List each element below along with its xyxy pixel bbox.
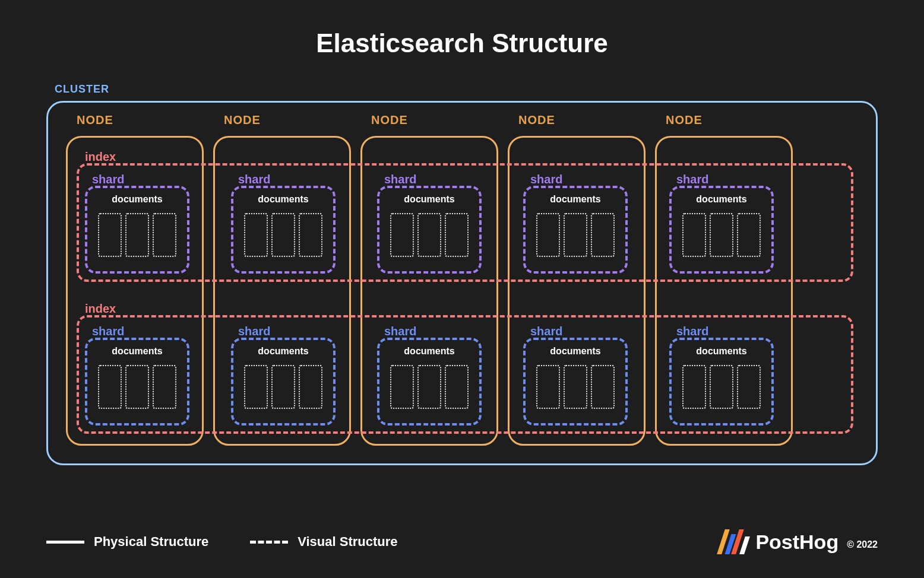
documents-label: documents: [379, 346, 479, 357]
document-icon: [710, 365, 733, 409]
document-icon: [153, 365, 176, 409]
index-label-2: index: [85, 302, 116, 316]
document-icon: [271, 213, 295, 257]
shard-label: shard: [238, 325, 270, 338]
document-icon: [244, 213, 268, 257]
shard-2-4: shard documents: [523, 338, 628, 425]
document-icon: [98, 365, 122, 409]
documents-row: [390, 213, 469, 257]
shard-1-1: shard documents: [85, 186, 189, 274]
document-icon: [98, 213, 122, 257]
documents-row: [536, 213, 615, 257]
diagram-title: Elasticsearch Structure: [0, 0, 924, 58]
shard-1-2: shard documents: [231, 186, 336, 274]
document-icon: [390, 365, 414, 409]
legend-visual: Visual Structure: [250, 534, 397, 550]
cluster-box: NODE NODE NODE NODE NODE index index sha…: [46, 101, 878, 465]
documents-label: documents: [87, 346, 187, 357]
documents-label: documents: [526, 194, 625, 205]
document-icon: [244, 365, 268, 409]
document-icon: [153, 213, 176, 257]
documents-label: documents: [379, 194, 479, 205]
document-icon: [737, 213, 761, 257]
node-label-4: NODE: [518, 113, 555, 127]
documents-label: documents: [526, 346, 625, 357]
shard-label: shard: [238, 173, 270, 186]
shard-2-3: shard documents: [377, 338, 482, 425]
node-label-1: NODE: [77, 113, 113, 127]
node-label-3: NODE: [371, 113, 408, 127]
document-icon: [417, 365, 441, 409]
legend-physical-label: Physical Structure: [94, 534, 208, 550]
shard-label: shard: [92, 173, 124, 186]
brand-copyright: © 2022: [847, 539, 878, 550]
document-icon: [682, 365, 706, 409]
document-icon: [682, 213, 706, 257]
shard-label: shard: [384, 173, 416, 186]
documents-label: documents: [233, 346, 333, 357]
shard-1-4: shard documents: [523, 186, 628, 274]
document-icon: [417, 213, 441, 257]
documents-row: [244, 213, 322, 257]
dashed-line-icon: [250, 541, 288, 544]
document-icon: [737, 365, 761, 409]
document-icon: [271, 365, 295, 409]
document-icon: [536, 213, 560, 257]
document-icon: [125, 213, 149, 257]
shard-label: shard: [530, 173, 562, 186]
cluster-label: CLUSTER: [55, 83, 109, 96]
legend: Physical Structure Visual Structure: [46, 534, 398, 550]
brand-footer: PostHog © 2022: [721, 529, 878, 554]
legend-physical: Physical Structure: [46, 534, 208, 550]
documents-row: [244, 365, 322, 409]
shard-label: shard: [676, 173, 708, 186]
document-icon: [710, 213, 733, 257]
document-icon: [564, 213, 587, 257]
shard-label: shard: [530, 325, 562, 338]
shard-2-1: shard documents: [85, 338, 189, 425]
node-label-2: NODE: [224, 113, 261, 127]
posthog-logo-icon: [721, 529, 747, 554]
document-icon: [299, 213, 322, 257]
shard-label: shard: [384, 325, 416, 338]
shard-2-2: shard documents: [231, 338, 336, 425]
shard-2-5: shard documents: [669, 338, 774, 425]
document-icon: [445, 365, 469, 409]
document-icon: [564, 365, 587, 409]
index-label-1: index: [85, 150, 116, 164]
documents-row: [390, 365, 469, 409]
solid-line-icon: [46, 541, 84, 544]
brand-name: PostHog: [755, 531, 838, 554]
documents-row: [98, 365, 176, 409]
documents-row: [682, 365, 761, 409]
documents-row: [682, 213, 761, 257]
documents-row: [98, 213, 176, 257]
documents-label: documents: [87, 194, 187, 205]
shard-1-3: shard documents: [377, 186, 482, 274]
documents-label: documents: [233, 194, 333, 205]
document-icon: [125, 365, 149, 409]
document-icon: [591, 365, 615, 409]
shard-label: shard: [92, 325, 124, 338]
documents-label: documents: [672, 346, 771, 357]
shard-1-5: shard documents: [669, 186, 774, 274]
node-label-5: NODE: [666, 113, 703, 127]
shard-label: shard: [676, 325, 708, 338]
document-icon: [445, 213, 469, 257]
document-icon: [591, 213, 615, 257]
document-icon: [536, 365, 560, 409]
document-icon: [299, 365, 322, 409]
documents-row: [536, 365, 615, 409]
documents-label: documents: [672, 194, 771, 205]
document-icon: [390, 213, 414, 257]
legend-visual-label: Visual Structure: [298, 534, 397, 550]
